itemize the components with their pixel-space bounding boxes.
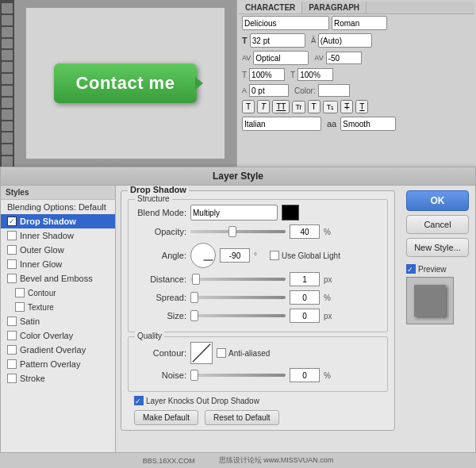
gradient-overlay-checkbox[interactable] [7, 345, 17, 355]
spread-input[interactable] [290, 290, 320, 305]
color-overlay-item[interactable]: Color Overlay [1, 328, 115, 343]
noise-thumb[interactable] [190, 370, 198, 381]
noise-input[interactable] [290, 368, 320, 382]
pattern-overlay-checkbox[interactable] [7, 359, 17, 369]
color-overlay-checkbox[interactable] [7, 331, 17, 340]
tool-fill[interactable] [2, 86, 13, 96]
cancel-button[interactable]: Cancel [406, 215, 469, 234]
tool-path[interactable] [2, 98, 13, 108]
tool-select[interactable] [2, 15, 13, 25]
size-slider[interactable] [190, 314, 286, 317]
stroke-checkbox[interactable] [7, 374, 17, 383]
contour-thumbnail[interactable] [190, 342, 213, 364]
size-input[interactable] [290, 309, 320, 323]
color-swatch[interactable] [318, 84, 350, 97]
tab-paragraph[interactable]: PARAGRAPH [302, 2, 367, 13]
main-content: Drop Shadow Structure Blend Mode: Multip… [116, 186, 400, 466]
bevel-emboss-checkbox[interactable] [7, 274, 17, 283]
opacity-slider[interactable] [190, 230, 286, 233]
tool-clone[interactable] [2, 62, 13, 72]
inner-shadow-item[interactable]: Inner Shadow [1, 228, 115, 243]
blend-color-swatch[interactable] [282, 205, 299, 221]
ok-button[interactable]: OK [406, 190, 469, 211]
size-thumb[interactable] [190, 310, 198, 321]
drop-shadow-checkbox[interactable] [7, 217, 17, 226]
spread-slider[interactable] [190, 296, 286, 299]
blending-options-item[interactable]: Blending Options: Default [1, 200, 115, 214]
kerning-input[interactable] [326, 52, 362, 64]
reset-default-btn[interactable]: Reset to Default [205, 410, 279, 425]
tool-heal[interactable] [2, 39, 13, 49]
noise-slider[interactable] [190, 374, 286, 377]
anti-alias-checkbox[interactable] [217, 348, 226, 358]
contour-checkbox[interactable] [15, 288, 25, 297]
angle-input[interactable] [220, 248, 250, 263]
faux-bold-btn[interactable]: T [242, 100, 255, 113]
tool-text[interactable] [2, 109, 13, 120]
make-default-btn[interactable]: Make Default [134, 410, 198, 425]
tab-character[interactable]: CHARACTER [239, 2, 302, 13]
aa-label: aa [327, 119, 336, 129]
opacity-thumb[interactable] [228, 226, 236, 237]
superscript-btn[interactable]: T [308, 100, 321, 113]
preview-inner [414, 285, 446, 316]
gradient-overlay-item[interactable]: Gradient Overlay [1, 343, 115, 357]
tool-eye[interactable] [2, 132, 13, 143]
preview-label: Preview [418, 265, 447, 274]
scale-h-input[interactable] [249, 68, 285, 81]
tool-zoom[interactable] [2, 156, 13, 167]
satin-item[interactable]: Satin [1, 314, 115, 328]
tool-brush[interactable] [2, 50, 13, 60]
language-select[interactable]: Italian [242, 117, 321, 131]
angle-dial[interactable] [190, 243, 216, 268]
tracking-row: AV Optical AV [239, 49, 474, 67]
satin-label: Satin [20, 316, 40, 326]
tool-crop[interactable] [2, 27, 13, 37]
tracking-select[interactable]: Optical [253, 51, 309, 65]
font-size-select[interactable]: 32 pt [250, 33, 305, 48]
scale-v-input[interactable] [298, 68, 333, 81]
font-style-select[interactable]: Roman [332, 16, 387, 30]
all-caps-btn[interactable]: TT [272, 100, 290, 113]
stroke-item[interactable]: Stroke [1, 371, 115, 386]
satin-checkbox[interactable] [7, 316, 17, 326]
leading-select[interactable]: (Auto) [318, 33, 372, 48]
opacity-input[interactable] [290, 224, 320, 239]
antialiasing-select[interactable]: Smooth [340, 117, 396, 131]
underline-btn[interactable]: T [355, 100, 368, 113]
scale-h-icon: T [242, 71, 247, 79]
distance-thumb[interactable] [192, 274, 200, 285]
preview-row: ✓ Preview [406, 264, 469, 274]
inner-glow-item[interactable]: Inner Glow [1, 257, 115, 271]
spread-thumb[interactable] [190, 292, 198, 303]
tool-move[interactable] [2, 3, 13, 13]
tool-shape[interactable] [2, 121, 13, 132]
distance-input[interactable] [290, 272, 320, 286]
tool-eraser[interactable] [2, 74, 13, 84]
inner-glow-checkbox[interactable] [7, 259, 17, 269]
pattern-overlay-item[interactable]: Pattern Overlay [1, 357, 115, 371]
tool-hand[interactable] [2, 144, 13, 155]
drop-shadow-item[interactable]: Drop Shadow [1, 214, 115, 228]
global-light-checkbox[interactable] [270, 251, 279, 260]
preview-checkbox[interactable]: ✓ [406, 264, 416, 274]
layer-knocks-checkbox[interactable]: ✓ [134, 396, 144, 405]
distance-slider[interactable] [190, 278, 286, 281]
new-style-button[interactable]: New Style... [406, 238, 469, 257]
faux-italic-btn[interactable]: T [257, 100, 270, 113]
font-family-select[interactable]: Delicious [242, 16, 329, 30]
opacity-label: Opacity: [135, 227, 186, 236]
baseline-input[interactable] [249, 84, 289, 97]
contour-item[interactable]: Contour [1, 286, 115, 300]
outer-glow-label: Outer Glow [20, 245, 64, 255]
texture-checkbox[interactable] [15, 302, 25, 312]
blend-mode-select[interactable]: Multiply [190, 205, 278, 221]
texture-item[interactable]: Texture [1, 300, 115, 314]
subscript-btn[interactable]: T₁ [323, 101, 339, 113]
small-caps-btn[interactable]: Tr [292, 101, 305, 113]
outer-glow-item[interactable]: Outer Glow [1, 243, 115, 257]
inner-shadow-checkbox[interactable] [7, 231, 17, 240]
outer-glow-checkbox[interactable] [7, 245, 17, 255]
bevel-emboss-item[interactable]: Bevel and Emboss [1, 271, 115, 286]
strikethrough-btn[interactable]: T [340, 100, 353, 113]
